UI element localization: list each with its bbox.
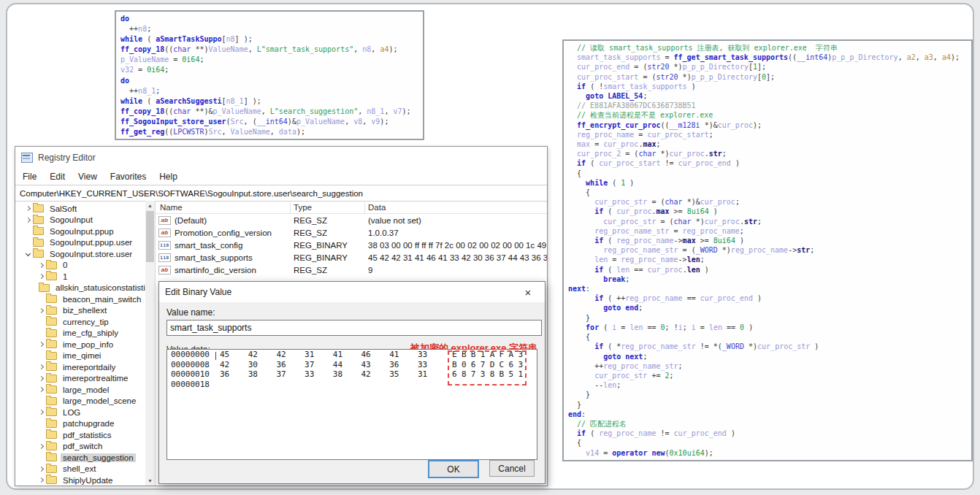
folder-icon xyxy=(46,465,57,473)
menu-item-help[interactable]: Help xyxy=(159,172,177,182)
tree-item-pdf_switch[interactable]: pdf_switch xyxy=(15,441,145,453)
tree-item-currency_tip[interactable]: currency_tip xyxy=(15,316,145,328)
hex-byte: 33 xyxy=(418,350,440,360)
column-header-name[interactable]: Name xyxy=(156,201,291,213)
scroll-down-icon[interactable]: ▼ xyxy=(145,476,155,486)
chevron-down-icon[interactable] xyxy=(24,252,31,256)
code-line: len = reg_proc_name->len; xyxy=(568,255,967,264)
close-icon[interactable]: × xyxy=(517,283,539,301)
tree-item-shell_ext[interactable]: shell_ext xyxy=(15,464,145,475)
tree-item-biz_shellext[interactable]: biz_shellext xyxy=(15,305,145,317)
value-row-Promotion_config_version[interactable]: abPromotion_config_versionREG_SZ1.0.0.37 xyxy=(156,226,547,239)
ok-button[interactable]: OK xyxy=(428,460,479,478)
chevron-right-icon[interactable] xyxy=(37,377,45,380)
tree-item-search_suggestion[interactable]: search_suggestion xyxy=(15,452,145,464)
tree-item-allskin_statusiconstatistics[interactable]: allskin_statusiconstatistics xyxy=(15,283,145,294)
code-line: ff_encrypt_cur_proc((__m128i *)&cur_proc… xyxy=(568,120,967,130)
scroll-up-icon[interactable]: ▲ xyxy=(145,201,155,210)
chevron-right-icon[interactable] xyxy=(37,264,45,267)
tree-item-beacon_main_switch[interactable]: beacon_main_switch xyxy=(15,293,145,305)
registry-address-bar[interactable]: Computer\HKEY_CURRENT_USER\SOFTWARE\Sogo… xyxy=(15,185,547,202)
hex-byte: 41 xyxy=(389,350,411,360)
chevron-right-icon[interactable] xyxy=(37,410,45,414)
code-line: // 读取 smart_task_supports 注册表, 获取到 explo… xyxy=(568,43,967,53)
value-row-Default[interactable]: ab(Default)REG_SZ(value not set) xyxy=(156,214,547,226)
chevron-right-icon[interactable] xyxy=(37,309,45,312)
chevron-right-icon[interactable] xyxy=(37,275,45,278)
code-line: for ( i = len == 0; !i; i = len == 0 ) xyxy=(568,323,967,332)
code-line: { xyxy=(568,332,967,342)
binary-value-icon: 110 xyxy=(158,253,171,262)
tree-item-LOG[interactable]: LOG xyxy=(15,407,145,418)
tree-item-SogouInput.ppup[interactable]: SogouInput.ppup xyxy=(15,226,145,237)
tree-item-label: SogouInput xyxy=(47,215,95,224)
tree-item-patchupgrade[interactable]: patchupgrade xyxy=(15,418,145,430)
menu-item-favorites[interactable]: Favorites xyxy=(110,172,146,182)
screenshot-frame: do ++n8;while ( aSmartTaskSuppo[n8] );ff… xyxy=(6,3,974,490)
tree-item-SalSoft[interactable]: SalSoft xyxy=(15,203,145,215)
tree-item-ime_cfg_shiply[interactable]: ime_cfg_shiply xyxy=(15,328,145,339)
chevron-right-icon[interactable] xyxy=(24,207,31,210)
tree-scrollbar[interactable]: ▲ ▼ xyxy=(145,201,155,486)
chevron-right-icon[interactable] xyxy=(24,218,31,222)
code-line: if ( cur_proc.max >= 8ui64 ) xyxy=(568,207,967,216)
tree-item-1[interactable]: 1 xyxy=(15,271,145,283)
chevron-right-icon[interactable] xyxy=(37,342,45,346)
hex-byte: 38 xyxy=(333,369,355,380)
value-data: 1.0.0.37 xyxy=(365,229,547,237)
tree-item-label: pdf_statistics xyxy=(61,431,113,440)
value-row-smartinfo_dic_version[interactable]: absmartinfo_dic_versionREG_SZ9 xyxy=(156,264,547,276)
tree-item-ime_pop_info[interactable]: ime_pop_info xyxy=(15,339,145,350)
hex-byte: 42 xyxy=(220,360,242,370)
hex-byte: 35 xyxy=(389,369,411,380)
tree-item-pdf_statistics[interactable]: pdf_statistics xyxy=(15,429,145,441)
code-line: ++reg_proc_name_str; xyxy=(568,361,967,371)
hex-offset: 00000010 xyxy=(171,369,210,380)
tree-item-SogouInput.store.user[interactable]: SogouInput.store.user xyxy=(15,248,145,260)
hex-editor[interactable]: 000000004542423141464133EBB1AFA300000008… xyxy=(166,349,537,460)
tree-item-label: shell_ext xyxy=(61,464,98,473)
code-line: reg_proc_name = cur_proc_start; xyxy=(568,130,967,139)
chevron-right-icon[interactable] xyxy=(37,467,45,471)
scrollbar-thumb[interactable] xyxy=(146,211,154,262)
code-line: smart_task_supports = ff_get_smart_task_… xyxy=(568,53,967,62)
text-caret xyxy=(215,352,216,360)
menu-item-view[interactable]: View xyxy=(78,172,97,182)
value-name-field[interactable] xyxy=(166,320,542,336)
tree-item-label: imereportdaily xyxy=(61,363,118,372)
tree-item-large_model_scene[interactable]: large_model_scene xyxy=(15,396,145,407)
chevron-right-icon[interactable] xyxy=(37,445,45,448)
code-line: reg_proc_name_str = reg_proc_name; xyxy=(568,226,967,236)
tree-item-imereportdaily[interactable]: imereportdaily xyxy=(15,361,145,373)
code-line: while ( aSmartTaskSuppo[n8] ); xyxy=(120,34,418,45)
dialog-titlebar[interactable]: Edit Binary Value × xyxy=(159,282,545,302)
column-header-type[interactable]: Type xyxy=(291,201,365,213)
value-type: REG_SZ xyxy=(291,229,365,237)
chevron-right-icon[interactable] xyxy=(37,365,45,369)
registry-titlebar[interactable]: Registry Editor xyxy=(15,147,547,169)
value-row-smart_task_supports[interactable]: 110smart_task_supportsREG_BINARY45 42 42… xyxy=(156,251,547,264)
tree-item-large_model[interactable]: large_model xyxy=(15,384,145,396)
tree-item-ime_qimei[interactable]: ime_qimei xyxy=(15,350,145,362)
tree-item-SogouInput.ppup.user[interactable]: SogouInput.ppup.user xyxy=(15,237,145,249)
folder-icon xyxy=(46,272,57,280)
code-line: cur_proc_str = (char *)&cur_proc; xyxy=(568,197,967,207)
code-line: do xyxy=(120,14,418,24)
tree-item-0[interactable]: 0 xyxy=(15,260,145,272)
chevron-right-icon[interactable] xyxy=(37,388,45,391)
code-line: if ( len == cur_proc.len ) xyxy=(568,265,967,275)
column-header-data[interactable]: Data xyxy=(365,201,547,213)
value-type: REG_BINARY xyxy=(291,241,365,250)
folder-icon xyxy=(46,453,57,461)
tree-item-label: imereportrealtime xyxy=(61,374,130,383)
tree-item-ShiplyUpdate[interactable]: ShiplyUpdate xyxy=(15,475,145,486)
value-row-smart_task_config[interactable]: 110smart_task_configREG_BINARY38 03 00 0… xyxy=(156,239,547,251)
tree-item-SogouInput[interactable]: SogouInput xyxy=(15,215,145,226)
folder-icon xyxy=(46,408,57,416)
tree-item-imereportrealtime[interactable]: imereportrealtime xyxy=(15,373,145,385)
menu-item-file[interactable]: File xyxy=(23,172,37,182)
cancel-button[interactable]: Cancel xyxy=(489,460,535,477)
menu-item-edit[interactable]: Edit xyxy=(50,172,65,182)
hex-byte: 45 xyxy=(220,350,242,360)
chevron-right-icon[interactable] xyxy=(37,478,45,482)
